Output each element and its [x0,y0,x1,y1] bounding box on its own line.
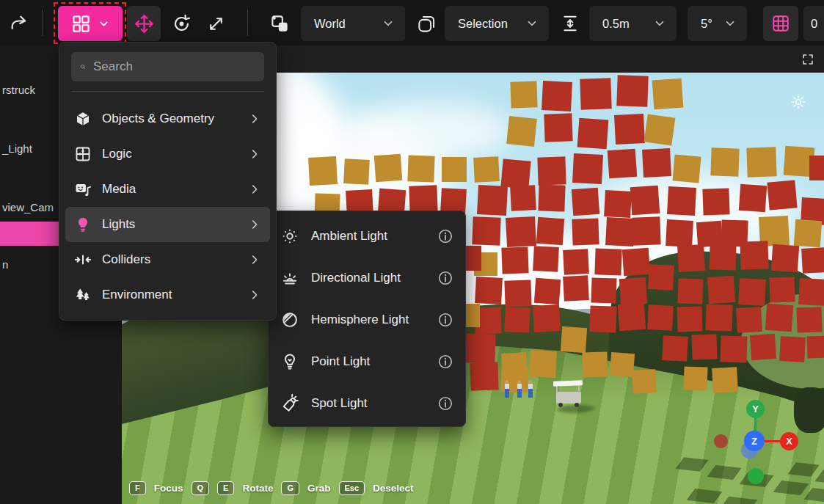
floating-square [529,350,557,378]
gizmo-z-label: Z [751,436,757,447]
floating-square [710,147,739,176]
floating-square [738,278,766,306]
menu-item-logic[interactable]: Logic [65,136,270,172]
submenu-item-ambient-light[interactable]: Ambient Light [276,215,458,257]
transform-gizmo: Y Z X [690,389,814,492]
floating-square [806,335,824,358]
floating-square [769,277,795,302]
search-input[interactable] [93,59,255,74]
floating-square [796,307,822,332]
submenu-item-spot-light[interactable]: Spot Light [276,382,458,424]
floating-square [465,333,495,363]
overflow-dropdown[interactable]: 0 [803,6,824,41]
floating-square [536,217,564,245]
floating-square [644,114,676,146]
floating-square [677,244,705,272]
hierarchy-item[interactable]: n [2,258,8,271]
hierarchy-item[interactable]: _Light [2,142,32,155]
hint-key: G [281,481,299,495]
build-menu-button[interactable] [58,6,123,41]
search-icon [80,59,86,74]
info-icon[interactable] [437,270,453,286]
floating-square [504,280,531,307]
grid-4-icon [71,14,91,34]
floating-square [677,306,702,332]
world-dropdown[interactable]: World [301,6,405,41]
menu-item-lights[interactable]: Lights [65,207,270,242]
redo-icon [9,13,29,34]
gizmo-y-line [754,417,756,432]
submenu-item-point-light[interactable]: Point Light [276,340,458,382]
scale-tool-button[interactable] [200,6,232,41]
gizmo-y-handle[interactable]: Y [746,400,765,418]
chevron-right-icon [248,147,261,161]
menu-item-label: Environment [102,288,248,302]
floating-square [510,185,536,211]
info-icon[interactable] [437,228,453,244]
submenu-item-directional-light[interactable]: Directional Light [276,257,458,299]
menu-item-environment[interactable]: Environment [65,277,270,313]
submenu-item-label: Hemisphere Light [311,313,437,327]
gizmo-x-handle[interactable]: X [780,432,798,450]
grid-size-dropdown[interactable]: 0.5m [589,6,677,41]
snap-button[interactable] [409,6,443,41]
chevron-down-icon [723,17,737,30]
toolbar-separator [247,10,248,36]
floating-square [407,155,434,182]
floating-square [691,334,717,359]
npc-torso [517,384,522,389]
hierarchy-item[interactable]: view_Cam [2,201,54,213]
spot-light-icon [280,394,299,413]
floating-square [736,307,762,333]
floating-square [720,335,747,362]
floating-square [343,158,370,185]
gear-icon[interactable] [790,94,806,110]
floating-square [572,153,603,184]
search-box[interactable] [71,52,264,81]
floating-square [605,217,635,246]
submenu-item-label: Spot Light [311,396,437,411]
menu-item-objects-geometry[interactable]: Objects & Geometry [65,101,270,136]
build-menu-panel: Objects & GeometryLogicMediaLightsCollid… [59,42,277,321]
floating-square [506,116,537,147]
menu-item-media[interactable]: Media [65,172,270,207]
submenu-item-hemisphere-light[interactable]: Hemisphere Light [276,299,458,340]
floating-square [809,156,824,180]
menu-item-label: Media [102,182,248,197]
floating-square [563,249,589,275]
gizmo-neg-y-handle[interactable] [748,468,764,484]
floating-square [667,186,696,216]
duplicate-button[interactable] [263,6,296,41]
fullscreen-icon[interactable] [801,53,814,66]
hierarchy-item[interactable]: rstruck [2,84,35,96]
floating-square [677,278,703,304]
toolbar-separator [42,10,43,36]
fit-height-button[interactable] [555,6,586,41]
move-tool-button[interactable] [127,6,161,41]
gizmo-neg-x-handle[interactable] [714,434,728,448]
info-icon[interactable] [437,312,453,328]
gizmo-y-label: Y [752,403,759,414]
move-icon [134,14,154,34]
selection-dropdown[interactable]: Selection [445,6,549,41]
submenu-item-label: Ambient Light [311,229,437,244]
snap-icon [417,14,437,34]
cart-roof [553,380,583,386]
menu-item-colliders[interactable]: Colliders [65,242,270,277]
point-light-icon [280,352,299,371]
redo-button[interactable] [3,6,35,41]
info-icon[interactable] [437,395,453,412]
hint-label: Deselect [373,483,414,494]
rotate-tool-button[interactable] [164,6,198,41]
rotate-icon [171,13,192,34]
cart-body [556,392,581,403]
rotation-snap-dropdown[interactable]: 5° [688,6,747,41]
ambient-light-icon [280,227,299,246]
gizmo-z-handle[interactable]: Z [744,431,765,451]
grid-toggle-button[interactable] [763,6,798,41]
scale-icon [207,15,225,33]
npc-figure [504,380,509,398]
info-icon[interactable] [437,354,453,370]
floating-square [779,336,806,362]
chevron-right-icon [248,288,261,302]
